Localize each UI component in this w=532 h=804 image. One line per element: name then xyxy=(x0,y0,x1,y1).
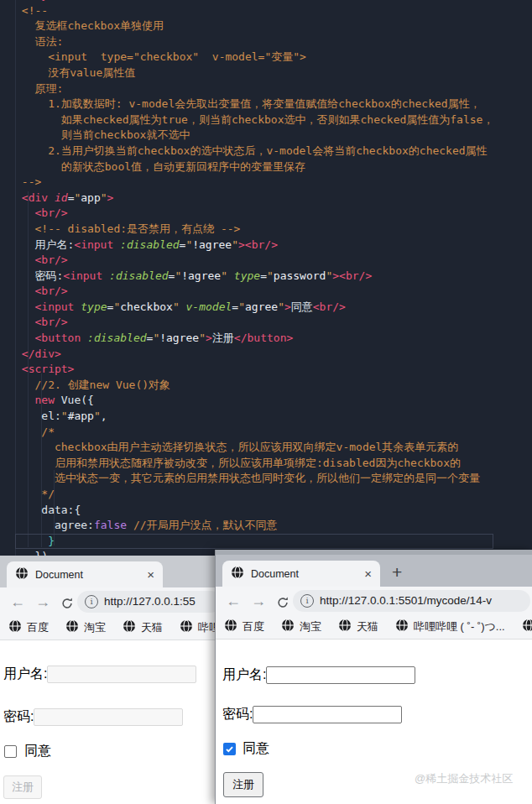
reload-button[interactable] xyxy=(276,593,289,615)
code-line: 的新状态bool值，自动更新回程序中的变量里保存 xyxy=(15,159,493,175)
code-line: <input type="checkbox" v-model="变量"> xyxy=(15,50,493,65)
globe-icon xyxy=(8,619,22,636)
code-line: 启用和禁用状态随程序被动改变，所以应该用单项绑定:disabled因为check… xyxy=(15,456,493,472)
tab-strip: Document × + xyxy=(216,555,532,587)
forward-button[interactable]: → xyxy=(251,590,266,612)
username-label: 用户名: xyxy=(3,666,47,683)
code-line: new Vue({ xyxy=(15,393,493,409)
new-tab-button[interactable]: + xyxy=(392,562,402,582)
globe-icon xyxy=(395,619,409,635)
tab-strip: Document × xyxy=(0,556,215,587)
tab-close-icon[interactable]: × xyxy=(364,566,372,581)
bookmark-label: 哔哩哔 xyxy=(198,620,215,635)
globe-icon xyxy=(281,619,295,635)
username-input xyxy=(47,666,196,683)
browser-toolbar: ← → i http://127.0.0.1:55 xyxy=(0,587,215,616)
code-line: <div id="app"> xyxy=(15,191,493,206)
code-line: data:{ xyxy=(15,503,493,519)
globe-icon xyxy=(522,619,532,635)
code-line: 用户名:<input :disabled="!agree"><br/> xyxy=(15,238,493,253)
url-text: http://127.0.0.1:5501/mycode/14-v xyxy=(320,590,530,612)
globe-icon xyxy=(338,619,352,635)
password-label: 密码: xyxy=(3,708,34,726)
code-editor: <body> <!-- 复选框checkbox单独使用 语法: <input t… xyxy=(0,0,532,556)
tab-title: Document xyxy=(251,568,359,580)
password-input[interactable] xyxy=(253,706,402,723)
back-button[interactable]: ← xyxy=(226,590,241,612)
bookmark-item[interactable]: 哔哩哔哩 ( ˚- ˚)つ... xyxy=(395,619,505,635)
page-content: 用户名: 密码: 同意 注册 xyxy=(0,640,215,804)
address-bar[interactable]: i http://127.0.0.1:5501/mycode/14-v xyxy=(293,590,530,612)
agree-checkbox[interactable] xyxy=(4,745,17,758)
bookmark-label: 淘宝 xyxy=(84,620,106,635)
tab-title: Document xyxy=(35,569,142,581)
url-text: http://127.0.0.1:55 xyxy=(104,591,215,613)
code-line: 选中状态一变，其它元素的启用禁用状态也同时变化，所以他们一定绑定的是同一个变量 xyxy=(15,471,493,487)
code-line: <br/> xyxy=(15,253,493,269)
back-button[interactable]: ← xyxy=(10,591,25,613)
agree-checkbox[interactable] xyxy=(223,743,236,755)
globe-icon xyxy=(65,619,79,636)
bookmark-item[interactable]: 百度 xyxy=(224,619,264,635)
code-line: --> xyxy=(15,175,493,191)
right-browser-window: Document × + ← → i http://127.0.0.1:5501… xyxy=(215,550,532,804)
forward-button[interactable]: → xyxy=(35,591,50,613)
code-line: 语法: xyxy=(15,34,493,50)
code-line: <script> xyxy=(15,362,493,378)
bookmark-item[interactable]: 淘宝 xyxy=(281,619,321,635)
register-button[interactable]: 注册 xyxy=(223,772,263,797)
code-line: 密码:<input :disabled="!agree" type="passw… xyxy=(15,269,493,285)
bookmarks-bar: 百度淘宝天猫哔哩哔 xyxy=(0,616,215,640)
code-line: */ xyxy=(15,487,493,503)
code-line: //2. 创建new Vue()对象 xyxy=(15,378,493,394)
bookmark-item[interactable]: 淘宝 xyxy=(65,619,106,636)
username-label: 用户名: xyxy=(222,666,266,684)
code-line: } xyxy=(15,534,493,550)
bookmarks-bar: 百度淘宝天猫哔哩哔哩 ( ˚- ˚)つ... xyxy=(216,615,532,640)
bookmark-label: 天猫 xyxy=(141,620,163,635)
username-input[interactable] xyxy=(266,666,415,684)
code-line: 没有value属性值 xyxy=(15,65,493,81)
register-button: 注册 xyxy=(3,775,42,799)
password-input xyxy=(34,708,183,726)
address-bar[interactable]: i http://127.0.0.1:55 xyxy=(77,591,215,613)
code-line: 2.当用户切换当前checkbox的选中状态后，v-model会将当前check… xyxy=(15,144,493,159)
reload-button[interactable] xyxy=(60,594,74,616)
code-line: checkbox由用户主动选择切换状态，所以应该用双向绑定v-model其余表单… xyxy=(15,440,493,456)
code-line: 则当前checkbox就不选中 xyxy=(15,128,493,144)
bookmark-item[interactable]: 天猫 xyxy=(338,619,378,635)
bookmark-label: 哔哩哔哩 ( ˚- ˚)つ... xyxy=(414,619,505,634)
bookmark-item[interactable]: 百度 xyxy=(8,619,49,636)
code-line: agree:false //开局用户没点，默认不同意 xyxy=(15,518,493,534)
info-icon[interactable]: i xyxy=(85,595,98,608)
info-icon[interactable]: i xyxy=(300,594,314,608)
code-line: <br/> xyxy=(15,284,493,300)
code-line: el:"#app", xyxy=(15,409,493,425)
code-line: 原理: xyxy=(15,81,493,97)
code-line: 1.加载数据时: v-model会先取出变量值，将变量值赋值给checkbox的… xyxy=(15,97,493,112)
code-content[interactable]: <body> <!-- 复选框checkbox单独使用 语法: <input t… xyxy=(0,0,493,556)
bookmark-item[interactable]: 哔哩哔 xyxy=(180,619,215,636)
bookmark-label: 淘宝 xyxy=(300,619,321,634)
code-line: </div> xyxy=(15,347,493,363)
bookmark-label: 天猫 xyxy=(357,619,378,634)
page-content: 用户名: 密码: 同意 注册 @稀土掘金技术社区 xyxy=(216,640,532,804)
left-browser-window: Document × ← → i http://127.0.0.1:55 百度淘… xyxy=(0,556,215,804)
globe-icon xyxy=(224,619,237,635)
tab-document[interactable]: Document × xyxy=(222,561,380,587)
code-line: <br/> xyxy=(15,315,493,331)
code-line: 复选框checkbox单独使用 xyxy=(15,18,493,34)
agree-label: 同意 xyxy=(243,740,269,758)
globe-icon xyxy=(180,619,193,636)
tab-close-icon[interactable]: × xyxy=(147,567,154,582)
password-label: 密码: xyxy=(222,706,253,723)
code-line: /* xyxy=(15,425,493,441)
bookmark-label: 百度 xyxy=(27,620,49,635)
tab-document[interactable]: Document × xyxy=(7,561,163,587)
browser-toolbar: ← → i http://127.0.0.1:5501/mycode/14-v xyxy=(216,587,532,615)
code-line: <br/> xyxy=(15,206,493,222)
bookmark-item[interactable]: 天猫 xyxy=(123,619,163,636)
globe-favicon-icon xyxy=(231,566,244,582)
bookmark-item[interactable] xyxy=(522,619,532,635)
watermark: @稀土掘金技术社区 xyxy=(415,771,513,786)
